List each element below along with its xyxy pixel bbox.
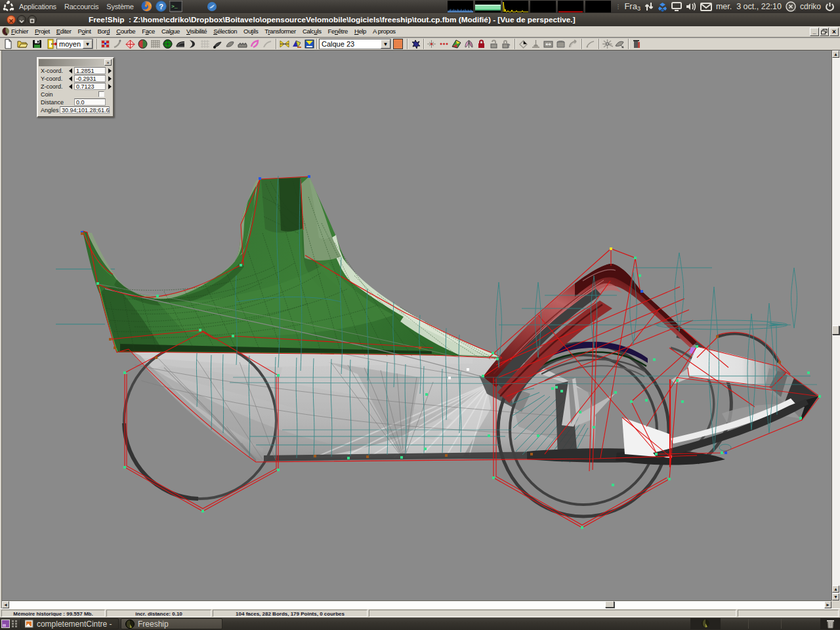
svg-text:>_: >_	[171, 3, 178, 9]
svg-text:?: ?	[159, 3, 163, 10]
